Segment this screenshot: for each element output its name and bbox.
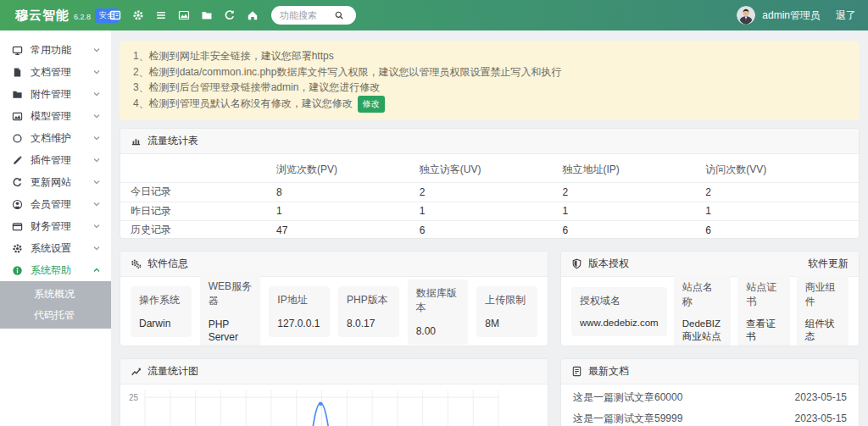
version-auth-item: 授权域名www.dedebiz.com [571, 287, 667, 336]
warning-fix-button[interactable]: 修改 [358, 96, 385, 113]
line-chart-icon [131, 366, 142, 377]
gear-icon [12, 243, 23, 254]
chevron-down-icon [92, 244, 101, 252]
software-info-value: Darwin [139, 318, 183, 330]
svg-text:25: 25 [129, 393, 139, 402]
traffic-table-column-header: 访问次数(VV) [705, 163, 849, 177]
software-info-label: WEB服务器 [209, 279, 253, 308]
layout-icon[interactable] [103, 0, 126, 30]
traffic-stats-header: 流量统计表 [120, 129, 859, 154]
sidebar-submenu: 系统概况代码托管 [0, 281, 111, 329]
traffic-cell-value: 2 [563, 186, 706, 198]
sidebar-item-system-help[interactable]: 系统帮助 [0, 259, 111, 281]
sidebar-item-label: 会员管理 [31, 197, 71, 212]
search-input[interactable] [280, 10, 334, 20]
software-info-label: 操作系统 [139, 293, 183, 307]
traffic-table-header-row: 浏览次数(PV)独立访客(UV)独立地址(IP)访问次数(VV) [120, 154, 859, 182]
shield-icon [571, 258, 582, 269]
warning-line: 1、检测到网址非安全链接，建议您部署https [133, 48, 846, 64]
member-icon [12, 199, 23, 210]
sidebar-item-label: 插件管理 [31, 153, 71, 168]
sidebar-item-document-management[interactable]: 文档管理 [0, 61, 111, 83]
version-auth-label: 商业组件 [805, 280, 840, 309]
traffic-table-row: 昨日记录1111 [120, 202, 859, 221]
doc-title-link[interactable]: 这是一篇测试文章60000 [573, 387, 682, 408]
sidebar-item-label: 更新网站 [31, 175, 71, 190]
software-info-header: 软件信息 [120, 252, 548, 277]
gear-icon[interactable] [126, 0, 149, 30]
chevron-down-icon [92, 90, 101, 98]
software-info-value: 8.00 [416, 325, 460, 338]
doc-date: 2023-05-15 [795, 387, 847, 408]
app-version: 6.2.8 [74, 13, 91, 21]
avatar[interactable] [737, 6, 755, 25]
warning-line: 2、检测到data/common.inc.php数据库文件写入权限，建议您以管理… [133, 64, 846, 80]
sidebar-item-plugin-management[interactable]: 插件管理 [0, 149, 111, 171]
function-search [271, 6, 356, 25]
home-icon[interactable] [241, 0, 264, 30]
software-info-item: 数据库版本8.00 [408, 279, 469, 345]
sidebar-item-member-management[interactable]: 会员管理 [0, 193, 111, 215]
software-info-value: PHP Server [209, 318, 253, 344]
sidebar-subitem-code-hosting[interactable]: 代码托管 [0, 305, 111, 326]
folder-icon [12, 89, 23, 100]
sidebar-item-label: 模型管理 [31, 109, 71, 124]
traffic-cell-value: 6 [420, 224, 563, 236]
chevron-down-icon [92, 222, 101, 230]
sidebar-item-model-management[interactable]: 模型管理 [0, 105, 111, 127]
search-icon[interactable] [334, 10, 344, 20]
software-info-item: 上传限制8M [476, 286, 537, 337]
software-info-title: 软件信息 [147, 257, 188, 271]
sidebar-item-label: 常用功能 [31, 43, 71, 58]
version-auth-title: 版本授权 [588, 257, 629, 271]
sidebar-item-document-maintenance[interactable]: 文档维护 [0, 127, 111, 149]
folder-icon[interactable] [195, 0, 218, 30]
software-info-item: IP地址127.0.0.1 [269, 286, 330, 337]
version-auth-value[interactable]: 组件状态 [805, 318, 840, 343]
document-icon [12, 67, 23, 78]
software-update-link[interactable]: 软件更新 [808, 257, 849, 271]
chart-icon[interactable] [172, 0, 195, 30]
version-auth-value[interactable]: 查看证书 [746, 318, 781, 343]
sidebar-item-system-settings[interactable]: 系统设置 [0, 237, 111, 259]
sidebar-item-finance-management[interactable]: 财务管理 [0, 215, 111, 237]
sidebar-item-attachment-management[interactable]: 附件管理 [0, 83, 111, 105]
menu-icon[interactable] [149, 0, 172, 30]
chevron-down-icon [92, 134, 101, 142]
sidebar-item-label: 文档管理 [31, 65, 71, 80]
sidebar-item-common-functions[interactable]: 常用功能 [0, 39, 111, 61]
warning-line: 3、检测到后台管理登录链接带admin，建议您进行修改 [133, 80, 846, 96]
doc-title-link[interactable]: 这是一篇测试文章59999 [573, 408, 682, 426]
latest-docs-title: 最新文档 [588, 364, 629, 379]
refresh-icon[interactable] [218, 0, 241, 30]
logout-button[interactable]: 退了 [836, 8, 856, 23]
software-info-item: PHP版本8.0.17 [338, 286, 399, 337]
sidebar-item-update-website[interactable]: 更新网站 [0, 171, 111, 193]
chevron-up-icon [92, 266, 101, 274]
sidebar-subitem-system-overview[interactable]: 系统概况 [0, 284, 111, 305]
traffic-chart-card: 流量统计图 2520 [120, 358, 548, 426]
traffic-chart-svg: 2520 [120, 385, 548, 426]
version-auth-value: www.dedebiz.com [580, 317, 659, 329]
chevron-down-icon [92, 112, 101, 120]
traffic-stats-title: 流量统计表 [147, 134, 198, 148]
sidebar-item-label: 财务管理 [31, 219, 71, 234]
warning-line: 4、检测到管理员默认名称没有修改，建议您修改修改 [133, 96, 846, 113]
version-auth-body: 授权域名www.dedebiz.com站点名称DedeBIZ商业站点站点证书查看… [561, 277, 859, 346]
traffic-cell-value: 6 [563, 224, 706, 236]
doc-date: 2023-05-15 [795, 408, 847, 426]
software-info-value: 127.0.0.1 [277, 318, 321, 330]
chevron-down-icon [92, 200, 101, 208]
main-content: 1、检测到网址非安全链接，建议您部署https2、检测到data/common.… [111, 30, 868, 426]
traffic-cell-value: 1 [563, 205, 706, 217]
sidebar-item-label: 文档维护 [31, 131, 71, 146]
app-logo: 穆云智能 [15, 8, 70, 24]
latest-docs-card: 最新文档 这是一篇测试文章600002023-05-15这是一篇测试文章5999… [560, 358, 860, 426]
doc-list-item: 这是一篇测试文章599992023-05-15 [561, 408, 859, 426]
version-auth-card: 版本授权 软件更新 授权域名www.dedebiz.com站点名称DedeBIZ… [560, 251, 860, 346]
latest-docs-list: 这是一篇测试文章600002023-05-15这是一篇测试文章599992023… [561, 387, 859, 426]
monitor-icon [12, 45, 23, 56]
traffic-row-label: 今日记录 [131, 185, 276, 199]
version-auth-value: DedeBIZ商业站点 [682, 318, 723, 343]
traffic-table-column-header: 独立地址(IP) [563, 163, 706, 177]
